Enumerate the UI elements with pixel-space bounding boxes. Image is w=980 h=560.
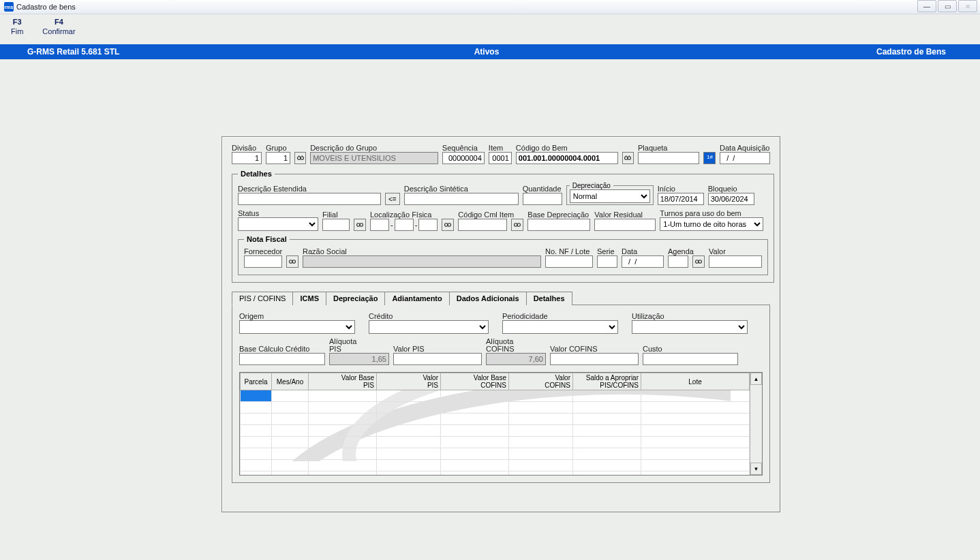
valorpis-input[interactable]	[393, 353, 482, 365]
tab-detalhes[interactable]: Detalhes	[526, 292, 572, 305]
serie-input[interactable]	[597, 255, 617, 268]
close-button[interactable]: ✕	[958, 0, 977, 12]
grid-row[interactable]	[241, 448, 750, 460]
nf-legend: Nota Fiscal	[244, 235, 290, 243]
turnos-label: Turnos para uso do bem	[660, 209, 763, 217]
inicio-input[interactable]	[658, 193, 704, 205]
razao-label: Razão Social	[303, 247, 541, 255]
descgrupo-label: Descrição do Grupo	[310, 144, 438, 152]
detalhes-fieldset: Detalhes Descrição Estendida <= Descriçã…	[232, 170, 774, 283]
nota-fiscal-fieldset: Nota Fiscal Fornecedor Razão Social	[238, 235, 768, 275]
form-panel: Divisão Grupo Descrição do Grupo Sequênc…	[221, 136, 780, 512]
tab-pis-cofins[interactable]: PIS / COFINS	[232, 292, 293, 305]
credito-select[interactable]	[369, 320, 489, 334]
razao-input	[303, 255, 541, 268]
grupo-input[interactable]	[266, 152, 290, 164]
fornecedor-lookup-icon[interactable]	[286, 255, 298, 268]
header-right: Cadastro de Bens	[782, 47, 980, 57]
descsin-label: Descrição Sintética	[404, 185, 519, 193]
descest-input[interactable]	[238, 193, 381, 205]
custo-input[interactable]	[643, 353, 738, 365]
app-icon: rms	[4, 2, 14, 12]
valorcof-input[interactable]	[550, 353, 639, 365]
grid-row[interactable]	[241, 402, 750, 414]
filial-label: Filial	[322, 211, 350, 219]
grid-row[interactable]	[241, 460, 750, 471]
svg-point-2	[625, 157, 628, 160]
divisao-input[interactable]	[232, 152, 262, 164]
nf-valor-input[interactable]	[709, 255, 762, 268]
descsin-input[interactable]	[404, 193, 519, 205]
grid-row[interactable]	[241, 471, 750, 476]
tab-adiantamento[interactable]: Adiantamento	[384, 292, 449, 305]
menu-confirmar-shortcut: F4	[55, 17, 63, 27]
agenda-input[interactable]	[668, 255, 688, 268]
item-input[interactable]	[489, 152, 512, 164]
codcml-lookup-icon[interactable]	[511, 219, 523, 231]
plaqueta-input[interactable]	[638, 152, 699, 164]
copy-desc-button[interactable]: <=	[385, 193, 400, 205]
grid-h-mesano: Mes/Ano	[272, 373, 309, 390]
parcelas-grid: Parcela Mes/Ano Valor BasePIS ValorPIS V…	[239, 372, 763, 476]
svg-point-12	[696, 260, 699, 264]
tab-depreciacao[interactable]: Depreciação	[326, 292, 385, 305]
filial-lookup-icon[interactable]	[354, 219, 366, 231]
tab-icms[interactable]: ICMS	[292, 292, 326, 305]
grid-row[interactable]	[241, 437, 750, 448]
menubar: F3 Fim F4 Confirmar	[0, 14, 980, 44]
basecalc-input[interactable]	[239, 353, 325, 365]
nf-data-input[interactable]	[622, 255, 664, 268]
grid-row[interactable]	[241, 390, 750, 402]
inicio-label: Início	[658, 185, 704, 193]
codbem-lookup-icon[interactable]	[622, 152, 634, 164]
header-left: G-RMS Retail 5.681 STL	[0, 47, 191, 57]
locfis-c-input[interactable]	[418, 219, 438, 231]
locfis-b-input[interactable]	[395, 219, 414, 231]
utilizacao-select[interactable]	[632, 320, 748, 334]
scroll-down-icon[interactable]: ▼	[750, 463, 762, 475]
origem-label: Origem	[239, 312, 355, 320]
grid-row[interactable]	[241, 425, 750, 437]
codcml-input[interactable]	[458, 219, 507, 231]
basedep-label: Base Depreciação	[527, 211, 590, 219]
qtd-input[interactable]	[523, 193, 562, 205]
filial-input[interactable]	[322, 219, 350, 231]
depreciacao-select[interactable]: Normal	[570, 189, 650, 203]
aliqpis-input	[329, 353, 389, 365]
dataaq-input[interactable]	[720, 152, 770, 164]
nflote-input[interactable]	[545, 255, 593, 268]
window-title: Cadastro de bens	[16, 3, 76, 11]
turnos-select[interactable]: 1-Um turno de oito horas	[660, 217, 763, 231]
svg-point-3	[628, 157, 631, 160]
scroll-up-icon[interactable]: ▲	[750, 373, 762, 385]
maximize-button[interactable]: ▭	[938, 0, 957, 12]
menu-confirmar[interactable]: F4 Confirmar	[42, 17, 75, 44]
codbem-label: Código do Bem	[516, 144, 618, 152]
bloqueio-label: Bloqueio	[708, 185, 754, 193]
basedep-input[interactable]	[527, 219, 590, 231]
minimize-button[interactable]: —	[917, 0, 936, 12]
locfis-lookup-icon[interactable]	[442, 219, 454, 231]
aliqcof-input	[486, 353, 546, 365]
agenda-lookup-icon[interactable]	[692, 255, 705, 268]
fornecedor-input[interactable]	[244, 255, 282, 268]
codcml-label: Código Cml Item	[458, 211, 507, 219]
serie-label: Serie	[597, 247, 617, 255]
sequencia-input[interactable]	[442, 152, 485, 164]
status-select[interactable]	[238, 217, 318, 231]
titlebar: rms Cadastro de bens — ▭ ✕	[0, 0, 980, 14]
origem-select[interactable]	[239, 320, 355, 334]
bloqueio-input[interactable]	[708, 193, 754, 205]
grid-scrollbar[interactable]: ▲ ▼	[750, 373, 762, 475]
codbem-input[interactable]	[516, 152, 618, 164]
plaqueta-gen-button[interactable]: 1#	[703, 152, 716, 164]
tab-dados-adicionais[interactable]: Dados Adicionais	[449, 292, 527, 305]
locfis-a-input[interactable]	[370, 219, 389, 231]
grupo-lookup-icon[interactable]	[294, 152, 306, 164]
vresid-input[interactable]	[594, 219, 656, 231]
menu-fim[interactable]: F3 Fim	[11, 17, 23, 44]
grid-h-vbpis: Valor BasePIS	[309, 373, 377, 390]
grid-row[interactable]	[241, 414, 750, 425]
header-center: Ativos	[191, 47, 782, 57]
periodicidade-select[interactable]	[502, 320, 618, 334]
